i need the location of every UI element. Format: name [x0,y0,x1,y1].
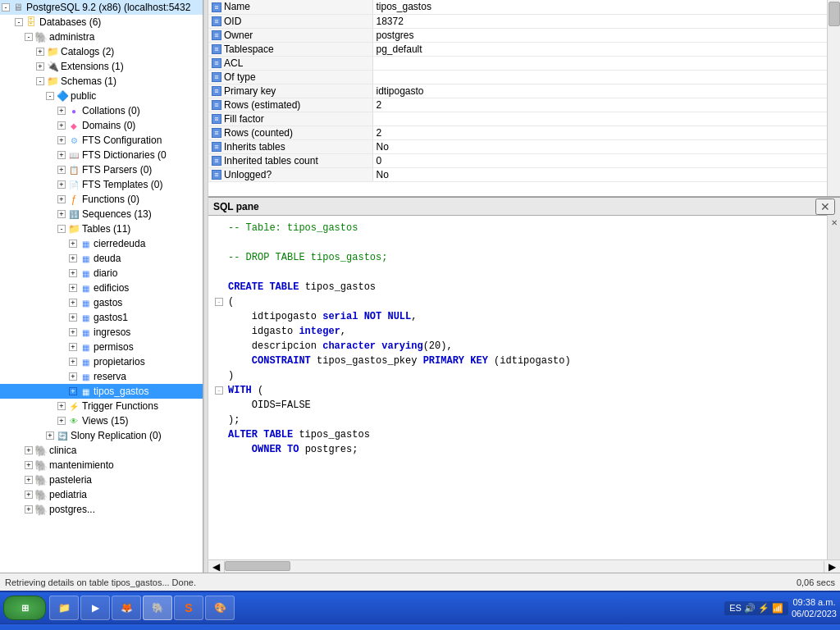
collapse-tables[interactable]: - [57,225,66,233]
tree-item-ingresos[interactable]: + ▦ ingresos [0,325,203,340]
tree-item-deuda[interactable]: + ▦ deuda [0,251,203,266]
tree-item-fts-dict[interactable]: + 📖 FTS Dictionaries (0 [0,148,203,162]
collapse-fts-config[interactable]: + [57,136,66,144]
tree-item-sequences[interactable]: + 🔢 Sequences (13) [0,207,203,221]
collapse-tipos-gastos[interactable]: + [69,387,77,395]
tree-item-tables[interactable]: - 📁 Tables (11) [0,221,203,236]
taskbar-pgadmin-1[interactable]: 🐘 [143,596,172,620]
hscroll-track[interactable] [225,560,824,573]
tree-item-diario[interactable]: + ▦ diario [0,266,203,281]
collapse-slony[interactable]: + [46,431,54,440]
collapse-server[interactable]: - [2,3,10,11]
collapse-cierredeuda[interactable]: + [69,240,77,248]
pgadmin-icon-1: 🐘 [152,602,164,614]
sql-pane-close-button[interactable]: ✕ [815,199,835,215]
tree-item-mantenimiento[interactable]: + 🐘 mantenimiento [0,458,203,472]
tree-item-pasteleria[interactable]: + 🐘 pasteleria [0,472,203,487]
tree-item-trigger-functions[interactable]: + ⚡ Trigger Functions [0,399,203,413]
collapse-trigger-functions[interactable]: + [57,402,66,410]
tree-item-gastos[interactable]: + ▦ gastos [0,295,203,310]
tree-item-functions[interactable]: + ƒ Functions (0) [0,192,203,207]
taskbar-media-1[interactable]: ▶ [80,596,110,620]
collapse-pediatria[interactable]: + [25,491,33,499]
tree-item-permisos[interactable]: + ▦ permisos [0,340,203,354]
prop-scrollbar-thumb[interactable] [829,2,840,26]
tree-item-fts-parsers[interactable]: + 📋 FTS Parsers (0) [0,162,203,177]
hscroll-left-btn[interactable]: ◀ [208,561,225,573]
collapse-functions[interactable]: + [57,195,66,203]
collapse-schemas[interactable]: - [36,77,44,85]
sql-content[interactable]: -- Table: tipos_gastos-- DROP TABLE tipo… [208,216,840,559]
collapse-gastos[interactable]: + [69,299,77,307]
sql-line-gutter [215,398,228,413]
tree-item-fts-config[interactable]: + ⚙ FTS Configuration [0,133,203,148]
taskbar-files-1[interactable]: 📁 [49,596,79,620]
collapse-ingresos[interactable]: + [69,328,77,336]
hscroll-thumb[interactable] [225,561,290,571]
sql-part: NOT NULL [364,311,412,322]
tree-item-edificios[interactable]: + ▦ edificios [0,281,203,295]
tree-item-tipos-gastos[interactable]: + ▦ tipos_gastos [0,384,203,399]
collapse-pasteleria[interactable]: + [25,476,33,484]
collapse-views[interactable]: + [57,417,66,425]
sql-side-close-button[interactable]: ✕ [827,215,840,559]
collapse-mantenimiento[interactable]: + [25,461,33,469]
taskbar-sublime-1[interactable]: S [174,596,203,620]
start-button-1[interactable]: ⊞ [3,596,46,620]
tree-item-fts-templates[interactable]: + 📄 FTS Templates (0) [0,177,203,192]
hscroll-right-btn[interactable]: ▶ [824,561,840,573]
collapse-databases[interactable]: - [15,18,23,26]
tree-item-reserva[interactable]: + ▦ reserva [0,369,203,384]
taskbar-firefox-1[interactable]: 🦊 [112,596,141,620]
sql-hscroll[interactable]: ◀ ▶ [208,559,840,573]
collapse-extensions[interactable]: + [36,62,44,71]
tree-item-databases[interactable]: - 🗄 Databases (6) [0,15,203,30]
tree-label-fts-dict: FTS Dictionaries (0 [82,149,167,161]
tree-item-collations[interactable]: + ● Collations (0) [0,103,203,118]
collapse-clinica[interactable]: + [25,446,33,454]
collapse-deuda[interactable]: + [69,254,77,262]
tree-item-gastos1[interactable]: + ▦ gastos1 [0,310,203,325]
collapse-fts-templates[interactable]: + [57,180,66,189]
tree-label-server: PostgreSQL 9.2 (x86) (localhost:5432 [26,2,190,13]
taskbar-1[interactable]: ⊞ 📁 ▶ 🦊 🐘 S 🎨 ES 🔊 ⚡ 📶 09:38 a.m. 0 [0,591,840,623]
taskbar-paint-1[interactable]: 🎨 [205,596,235,620]
tree-item-views[interactable]: + 👁 Views (15) [0,413,203,428]
tree-item-cierredeuda[interactable]: + ▦ cierredeuda [0,236,203,251]
sql-collapse-icon[interactable]: - [215,386,223,395]
collapse-administra[interactable]: - [25,33,33,41]
prop-scrollbar[interactable] [827,0,840,196]
sql-part: WITH [228,385,258,396]
tree-item-pediatria[interactable]: + 🐘 pediatria [0,487,203,502]
collapse-reserva[interactable]: + [69,372,77,381]
collapse-public[interactable]: - [46,92,54,100]
collapse-sequences[interactable]: + [57,210,66,218]
tree-item-public[interactable]: - 🔷 public [0,89,203,103]
tree-item-clinica[interactable]: + 🐘 clinica [0,443,203,458]
tree-item-postgres[interactable]: + 🐘 postgres... [0,502,203,517]
tree-item-domains[interactable]: + ◆ Domains (0) [0,118,203,133]
tree-item-propietarios[interactable]: + ▦ propietarios [0,354,203,369]
collapse-permisos[interactable]: + [69,343,77,351]
tree-item-administra[interactable]: - 🐘 administra [0,30,203,44]
tree-item-schemas[interactable]: - 📁 Schemas (1) [0,74,203,89]
tree-item-slony[interactable]: + 🔄 Slony Replication (0) [0,428,203,443]
collapse-fts-dict[interactable]: + [57,151,66,159]
tree-item-extensions[interactable]: + 🔌 Extensions (1) [0,59,203,74]
start-icon-1: ⊞ [21,603,29,614]
collapse-edificios[interactable]: + [69,284,77,292]
collapse-diario[interactable]: + [69,269,77,277]
collapse-domains[interactable]: + [57,121,66,130]
tree-panel[interactable]: - 🖥 PostgreSQL 9.2 (x86) (localhost:5432… [0,0,203,573]
collapse-collations[interactable]: + [57,107,66,115]
tree-item-server[interactable]: - 🖥 PostgreSQL 9.2 (x86) (localhost:5432 [0,0,203,15]
collapse-catalogs[interactable]: + [36,48,44,56]
collapse-gastos1[interactable]: + [69,313,77,322]
collapse-fts-parsers[interactable]: + [57,166,66,174]
sql-collapse-icon[interactable]: - [215,298,223,306]
collapse-propietarios[interactable]: + [69,358,77,366]
taskbar-2[interactable]: ⊞ 📁 ▶ 🦊 🐘 S ES 🔊 ⚡ 📶 09:36 a.m. 06/02/20… [0,623,840,630]
collapse-postgres[interactable]: + [25,505,33,514]
tree-item-catalogs[interactable]: + 📁 Catalogs (2) [0,44,203,59]
prop-row-icon: ≡ [212,2,221,12]
